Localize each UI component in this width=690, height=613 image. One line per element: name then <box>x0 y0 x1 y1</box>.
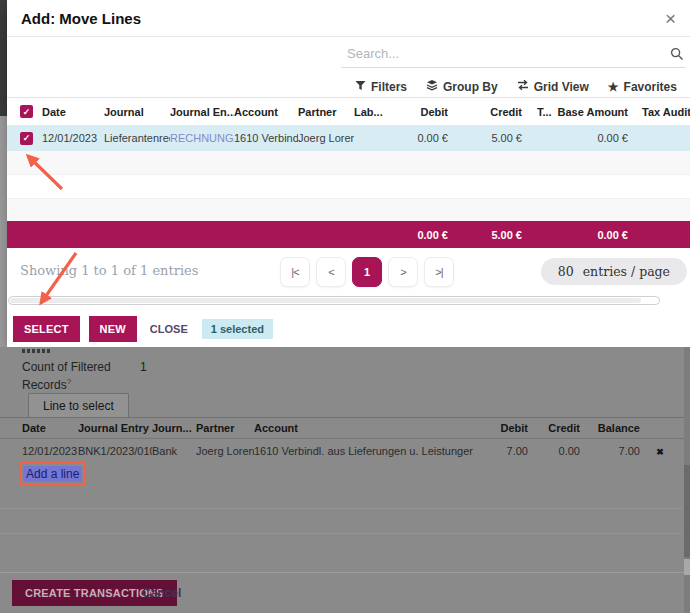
cell-base-amount: 0.00 € <box>552 132 634 144</box>
grid-view-icon <box>517 79 529 94</box>
table-row[interactable]: 12/01/2023 BNK1/2023/0101 Bank Joerg Lor… <box>0 440 690 462</box>
add-move-lines-modal: Add: Move Lines × Filters <box>7 0 690 347</box>
cell-date: 12/01/2023 <box>42 132 104 144</box>
search-icon[interactable] <box>670 47 684 61</box>
total-debit: 0.00 € <box>398 229 454 241</box>
cell-account: 1610 Verbindl. aus Lieferungen u. Leistu… <box>254 445 486 457</box>
col-header-journal-entry[interactable]: Journal En... <box>170 106 234 118</box>
background-page-strip <box>0 116 7 347</box>
page-size-value: 80 <box>558 264 574 279</box>
lines-table-header: Date Journal Entry Journ... Partner Acco… <box>0 418 690 439</box>
count-of-filtered-records-label: Count of Filtered Records? <box>22 359 111 394</box>
modal-title: Add: Move Lines <box>21 10 665 27</box>
select-all-checkbox[interactable]: ✓ <box>20 105 33 118</box>
col-header-credit[interactable]: Credit <box>534 422 586 434</box>
add-a-line-link[interactable]: Add a line <box>23 466 82 482</box>
group-by-button[interactable]: Group By <box>426 79 498 94</box>
page-1-button[interactable]: 1 <box>352 257 382 287</box>
search-panel: Filters Group By Grid View <box>341 42 686 94</box>
total-base-amount: 0.00 € <box>552 229 634 241</box>
selected-count-badge: 1 selected <box>202 319 273 339</box>
table-row[interactable]: ✓ 12/01/2023 Lieferantenrechnungen RECHN… <box>7 125 690 151</box>
col-header-debit[interactable]: Debit <box>398 106 454 118</box>
col-header-tax[interactable]: T... <box>528 106 552 118</box>
search-bar <box>341 42 686 68</box>
count-of-filtered-records-value: 1 <box>140 360 147 374</box>
funnel-icon <box>355 80 366 94</box>
new-button[interactable]: NEW <box>89 316 137 342</box>
cell-partner: Joerg Lorenz <box>298 132 354 144</box>
cell-credit: 0.00 <box>534 445 586 457</box>
check-icon: ✓ <box>23 107 31 117</box>
add-line-row: Add a line <box>19 461 86 485</box>
next-page-button[interactable]: > <box>388 257 418 287</box>
modal-footer: SELECT NEW CLOSE 1 selected <box>7 311 690 347</box>
group-by-label: Group By <box>443 80 498 94</box>
check-icon: ✓ <box>23 133 31 143</box>
cell-debit: 0.00 € <box>398 132 454 144</box>
layers-icon <box>426 79 438 94</box>
vertical-scrollbar[interactable] <box>684 347 690 613</box>
empty-row <box>7 198 690 222</box>
cell-account: 1610 Verbindl. aus Lieferungen u. Leistu… <box>234 132 298 144</box>
help-icon[interactable]: ? <box>67 377 71 386</box>
row-checkbox[interactable]: ✓ <box>20 132 33 145</box>
select-button[interactable]: SELECT <box>13 316 80 342</box>
delete-row-icon[interactable]: ✖ <box>656 447 664 457</box>
cell-journal: Lieferantenrechnungen <box>104 132 170 144</box>
modal-header: Add: Move Lines × <box>7 0 690 37</box>
search-input[interactable] <box>345 45 662 62</box>
entries-summary: Showing 1 to 1 of 1 entries <box>20 263 198 278</box>
close-icon[interactable]: × <box>665 9 676 28</box>
totals-row: 0.00 € 5.00 € 0.00 € <box>7 221 690 248</box>
scrollbar-thumb[interactable] <box>10 298 641 303</box>
cell-date: 12/01/2023 <box>22 445 78 457</box>
grid-view-button[interactable]: Grid View <box>517 79 589 94</box>
total-credit: 5.00 € <box>454 229 528 241</box>
col-header-partner[interactable]: Partner <box>298 106 354 118</box>
favorites-label: Favorites <box>624 80 677 94</box>
col-header-partner[interactable]: Partner <box>196 422 254 434</box>
scrollbar-thumb[interactable] <box>684 465 690 557</box>
page-size-selector[interactable]: 80 entries / page <box>541 258 687 285</box>
col-header-journal-entry[interactable]: Journal Entry <box>78 422 152 434</box>
footer-divider <box>0 572 690 573</box>
col-header-balance[interactable]: Balance <box>586 422 646 434</box>
col-header-journal[interactable]: Journal <box>104 106 170 118</box>
col-header-account[interactable]: Account <box>234 106 298 118</box>
annotation-box: Add a line <box>19 461 86 485</box>
prev-page-button[interactable]: < <box>316 257 346 287</box>
empty-row <box>7 151 690 174</box>
pagination: |< < 1 > >| <box>280 257 454 287</box>
tab-line-to-select[interactable]: Line to select <box>28 393 129 418</box>
cell-debit: 7.00 <box>486 445 534 457</box>
cell-journal-entry: BNK1/2023/0101 <box>78 445 152 457</box>
empty-row <box>7 174 690 199</box>
page-size-label: entries / page <box>583 264 670 279</box>
filters-button[interactable]: Filters <box>355 79 407 94</box>
last-page-button[interactable]: >| <box>424 257 454 287</box>
col-header-journal[interactable]: Journ... <box>152 422 196 434</box>
col-header-credit[interactable]: Credit <box>454 106 528 118</box>
cell-partner: Joerg Lorenz <box>196 445 254 457</box>
grid-view-label: Grid View <box>534 80 589 94</box>
col-header-base-amount[interactable]: Base Amount <box>552 106 634 118</box>
col-header-debit[interactable]: Debit <box>486 422 534 434</box>
move-lines-table-header: ✓ Date Journal Journal En... Account Par… <box>7 98 690 125</box>
favorites-button[interactable]: ★ Favorites <box>608 79 677 94</box>
col-header-label[interactable]: Lab... <box>354 106 398 118</box>
close-button[interactable]: CLOSE <box>150 323 188 335</box>
filter-toolbar: Filters Group By Grid View <box>341 68 686 94</box>
first-page-button[interactable]: |< <box>280 257 310 287</box>
col-header-date[interactable]: Date <box>42 106 104 118</box>
cell-journal-entry-link[interactable]: RECHNUNG/2023 <box>170 132 234 144</box>
empty-row-line <box>0 508 682 509</box>
clipped-text-fragment <box>22 349 50 353</box>
col-header-tax-audit[interactable]: Tax Audit ... <box>634 106 690 118</box>
scrollbar-end <box>684 559 690 575</box>
horizontal-scrollbar[interactable] <box>8 296 660 305</box>
col-header-date[interactable]: Date <box>22 422 78 434</box>
col-header-account[interactable]: Account <box>254 422 486 434</box>
empty-row-line <box>0 533 682 534</box>
cancel-button[interactable]: Cancel <box>142 586 181 600</box>
